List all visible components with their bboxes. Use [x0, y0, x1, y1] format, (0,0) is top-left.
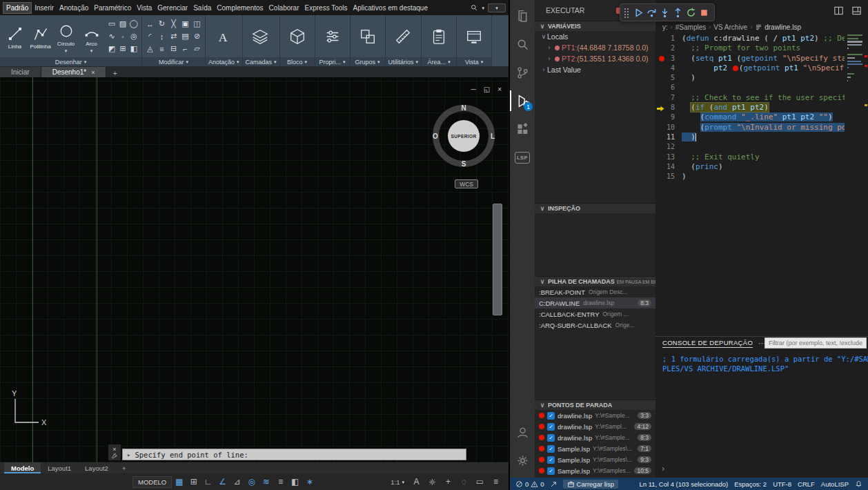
ribbon-tab-param-trico[interactable]: Paramétrico	[91, 3, 134, 13]
ribbon-panel-grupos-label[interactable]: Grupos▾	[351, 57, 385, 66]
annotation-visibility-icon[interactable]: A	[409, 476, 424, 488]
model-space-button[interactable]: MODELO	[132, 476, 172, 488]
notifications-bell-icon[interactable]	[855, 480, 862, 488]
watch-header[interactable]: ∨ INSPEÇÃO	[535, 203, 655, 213]
clean-screen-icon[interactable]: ▭	[473, 476, 487, 488]
ribbon-panel-camadas-label[interactable]: Camadas▾	[243, 57, 279, 66]
ribbon-tab-aplicativos-em-destaque[interactable]: Aplicativos em destaque	[351, 3, 431, 13]
code-line-14[interactable]: (princ)	[682, 162, 845, 172]
code-editor[interactable]: 123456789101112131415 (defun c:drawline …	[655, 32, 868, 336]
otrack-icon[interactable]: ≋	[259, 476, 273, 488]
toolbar-drag-handle[interactable]	[624, 8, 629, 18]
expand-icon[interactable]: ›	[546, 55, 553, 62]
viewcube-top-face[interactable]: SUPERIOR	[448, 120, 480, 152]
encoding[interactable]: UTF-8	[773, 480, 791, 488]
wcs-badge[interactable]: WCS	[455, 179, 478, 188]
ribbon-button-c-rculo[interactable]: Círculo▾	[53, 20, 79, 53]
table-tool-icon[interactable]: ⊞	[117, 43, 128, 55]
layout-icon[interactable]	[851, 6, 862, 16]
new-drawing-tab-button[interactable]: +	[106, 69, 123, 77]
last-value-row[interactable]: › Last Value	[535, 64, 655, 75]
ribbon-panel-modificar-label[interactable]: Modificar▾	[142, 57, 205, 66]
breakpoint-drawline-lsp-3-3[interactable]: ✓drawline.lspY:\#Sample...3:3	[535, 410, 655, 421]
customize-icon[interactable]: ≡	[489, 476, 503, 488]
menu-search-caret-icon[interactable]: ▾	[482, 6, 484, 10]
code-line-13[interactable]: ;; Exit quietly	[682, 153, 845, 162]
editor-gutter[interactable]: 123456789101112131415	[655, 34, 680, 182]
stack-frame-break-point[interactable]: :BREAK-POINTOrigem Desc...	[535, 286, 655, 297]
breakpoint-checkbox[interactable]: ✓	[547, 412, 555, 420]
console-input-chevron-icon[interactable]: ›	[662, 464, 664, 473]
console-tab[interactable]: CONSOLE DE DEPURAÇÃO	[662, 339, 753, 348]
chamfer-tool-icon[interactable]: ⌐	[179, 43, 191, 55]
array-tool-icon[interactable]: ▤	[179, 30, 191, 43]
chevron-down-icon[interactable]: ∨	[540, 33, 547, 40]
breakpoint-drawline-lsp-4-12[interactable]: ✓drawline.lspY:\#Sampl...4:12	[535, 421, 655, 432]
restore-drawing-icon[interactable]: ◱	[484, 86, 490, 93]
variable-pt1[interactable]: ›PT1: (44.6848 7.18758 0.0)	[535, 42, 655, 53]
load-lisp-button[interactable]: Carregar lisp	[563, 480, 618, 489]
breadcrumb-item-vs-archive[interactable]: VS Archive	[713, 23, 747, 31]
ribbon-tab-express-tools[interactable]: Express Tools	[302, 3, 351, 13]
code-line-7[interactable]: ;; Check to see if the user specifi	[682, 93, 845, 103]
breakpoint-checkbox[interactable]: ✓	[547, 423, 555, 431]
language-mode[interactable]: AutoLISP	[821, 480, 849, 488]
ellipse-tool-icon[interactable]: ◯	[128, 18, 139, 30]
step-over-icon[interactable]	[645, 6, 658, 19]
new-layout-button[interactable]: +	[115, 462, 133, 473]
stack-frame-callback-entry[interactable]: :CALLBACK-ENTRYOrigem ...	[535, 308, 655, 320]
eol[interactable]: CRLF	[798, 480, 815, 488]
ribbon-panel-bloco-label[interactable]: Bloco▾	[280, 57, 315, 66]
console-filter-input[interactable]	[765, 337, 867, 349]
problems-button[interactable]: 0 0	[515, 480, 544, 488]
file-tab-desenho1[interactable]: Desenho1*×	[41, 67, 107, 77]
breakpoint-checkbox[interactable]: ✓	[547, 445, 555, 453]
restart-icon[interactable]	[684, 6, 698, 19]
ribbon-button-propri[interactable]	[317, 16, 348, 57]
crosshair-icon[interactable]: +	[441, 476, 455, 488]
variable-pt2[interactable]: ›PT2: (51.3551 13.4368 0.0)	[535, 53, 655, 64]
launch-icon[interactable]	[550, 480, 558, 488]
breakpoints-header[interactable]: ∨ PONTOS DE PARADA	[535, 400, 655, 410]
stack-frame-c-drawline[interactable]: C:DRAWLINEdrawline.lsp8:3	[535, 297, 655, 308]
isolate-icon[interactable]: ◌	[457, 476, 471, 488]
code-line-11[interactable]: )	[682, 133, 845, 142]
lineweight-icon[interactable]: ≡	[273, 476, 288, 488]
grid-icon[interactable]: ▦	[172, 476, 186, 488]
code-line-1[interactable]: (defun c:drawline ( / pt1 pt2) ;; Dec	[682, 34, 845, 43]
step-out-icon[interactable]	[671, 6, 684, 19]
menu-dropdown-icon[interactable]: ▾	[488, 3, 506, 12]
ribbon-tab-anota-o[interactable]: Anotação	[57, 3, 91, 13]
ribbon-button-bloco[interactable]	[282, 16, 313, 57]
code-line-8[interactable]: (if (and pt1 pt2)	[682, 103, 845, 112]
ribbon-button-camadas[interactable]	[245, 16, 275, 57]
fillet-tool-icon[interactable]: ◜	[144, 30, 156, 43]
source-control-icon[interactable]	[510, 62, 535, 83]
ribbon-button-linha[interactable]: Linha	[2, 23, 28, 50]
expand-icon[interactable]: ›	[546, 44, 553, 51]
code-line-12[interactable]	[682, 142, 845, 152]
code-line-2[interactable]: ;; Prompt for two points	[682, 43, 845, 53]
ribbon-tab-sa-da[interactable]: Saída	[190, 3, 214, 13]
ribbon-tab-colaborar[interactable]: Colaborar	[266, 3, 302, 13]
ribbon-panel-vista-label[interactable]: Vista▾	[457, 57, 491, 66]
code-line-3[interactable]: (setq pt1 (getpoint "\nSpecify star	[682, 54, 845, 63]
snap-icon[interactable]: ⊞	[186, 476, 201, 488]
donut-tool-icon[interactable]: ◎	[128, 30, 139, 43]
drawing-canvas[interactable]: ─◱× N S L O SUPERIOR WCS Y X ×	[0, 77, 509, 462]
gradient-tool-icon[interactable]: ◧	[128, 43, 139, 55]
ribbon-panel-utilit-rios-label[interactable]: Utilitários▾	[386, 57, 422, 66]
layout-tab-modelo[interactable]: Modelo	[4, 462, 41, 473]
mirror-tool-icon[interactable]: ◫	[191, 18, 203, 30]
transparency-icon[interactable]: ◧	[288, 476, 302, 488]
chevron-right-icon[interactable]: ›	[540, 66, 547, 73]
minimize-drawing-icon[interactable]: ─	[471, 86, 476, 93]
ribbon-tab-inserir[interactable]: Inserir	[32, 3, 57, 13]
point-tool-icon[interactable]: ◦	[117, 30, 128, 43]
hatch-tool-icon[interactable]: ▨	[117, 18, 128, 30]
layout-tab-layout2[interactable]: Layout2	[78, 462, 115, 473]
ribbon-tab-padr-o[interactable]: Padrão	[3, 2, 32, 14]
ribbon-panel-desenhar-label[interactable]: Desenhar▾	[0, 57, 141, 66]
breakpoint-sample-lsp-10-5[interactable]: ✓Sample.lspY:\#Samples...10:5	[535, 465, 655, 476]
autolisp-icon[interactable]: LSP	[510, 147, 535, 168]
